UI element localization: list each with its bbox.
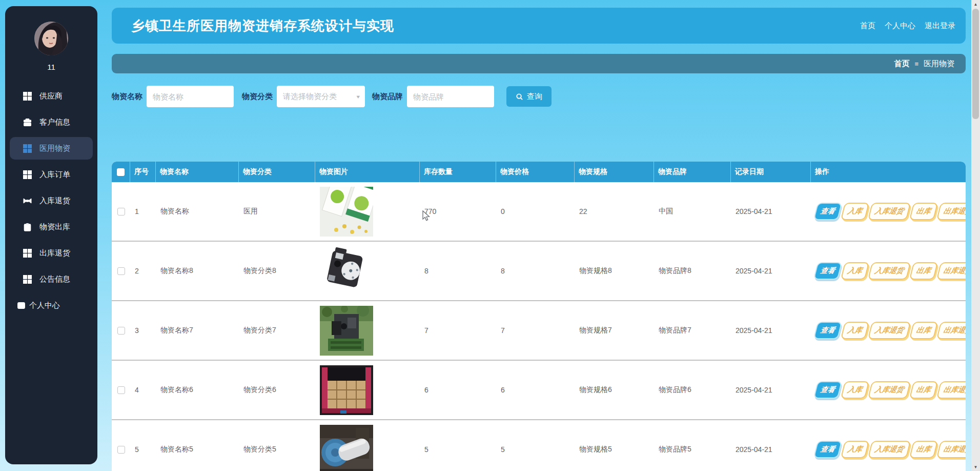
select-all-checkbox[interactable] bbox=[117, 168, 125, 176]
inbound-return-button[interactable]: 入库退货 bbox=[868, 322, 911, 339]
inbound-button[interactable]: 入库 bbox=[841, 322, 869, 339]
cell-spec: 物资规格7 bbox=[575, 326, 654, 335]
sidebar-item-inbound-returns[interactable]: 入库退货 bbox=[10, 189, 93, 212]
sidebar-item-label: 客户信息 bbox=[39, 117, 70, 127]
sidebar-item-supplies-outbound[interactable]: 物资出库 bbox=[10, 215, 93, 238]
cell-category: 物资分类5 bbox=[239, 445, 315, 454]
top-nav: 首页个人中心退出登录 bbox=[860, 21, 955, 31]
sidebar-item-outbound-returns[interactable]: 出库退货 bbox=[10, 242, 93, 264]
inbound-return-button[interactable]: 入库退货 bbox=[868, 203, 911, 220]
cell-image bbox=[315, 365, 420, 415]
inbound-button[interactable]: 入库 bbox=[841, 262, 869, 280]
inbound-button[interactable]: 入库 bbox=[841, 203, 869, 220]
brand-input[interactable] bbox=[407, 86, 494, 107]
category-select[interactable]: 请选择物资分类 ▾ bbox=[277, 86, 365, 107]
sidebar-item-announcements[interactable]: 公告信息 bbox=[10, 268, 93, 290]
query-button[interactable]: 查询 bbox=[506, 86, 552, 107]
column-header-2: 物资分类 bbox=[239, 162, 315, 182]
sidebar-item-medical-supplies[interactable]: 医用物资 bbox=[10, 137, 93, 160]
inbound-return-button[interactable]: 入库退货 bbox=[868, 262, 911, 280]
breadcrumb-home[interactable]: 首页 bbox=[894, 59, 909, 69]
cell-brand: 物资品牌6 bbox=[654, 385, 731, 395]
view-button[interactable]: 查看 bbox=[813, 441, 842, 458]
inbound-return-button[interactable]: 入库退货 bbox=[868, 381, 911, 399]
table-row: 3物资名称7物资分类777物资规格7物资品牌72025-04-21查看入库入库退… bbox=[112, 301, 966, 361]
column-header-0: 序号 bbox=[130, 162, 156, 182]
view-button[interactable]: 查看 bbox=[813, 322, 842, 339]
product-image-blue-boiler bbox=[320, 425, 373, 471]
sidebar-item-personal-center[interactable]: 个人中心 bbox=[10, 294, 93, 317]
scrollbar-thumb[interactable] bbox=[972, 9, 979, 119]
name-input[interactable] bbox=[147, 86, 234, 107]
cell-stock: 770 bbox=[420, 207, 496, 215]
cell-category: 物资分类7 bbox=[239, 326, 315, 335]
row-checkbox[interactable] bbox=[117, 446, 125, 454]
cell-stock: 7 bbox=[420, 326, 496, 335]
outbound-return-button[interactable]: 出库退货 bbox=[936, 441, 966, 458]
outbound-button[interactable]: 出库 bbox=[909, 262, 938, 280]
cell-name: 物资名称6 bbox=[156, 385, 239, 395]
row-checkbox[interactable] bbox=[117, 327, 125, 335]
cell-price: 5 bbox=[496, 445, 575, 454]
table-row: 1物资名称医用770022中国2025-04-21查看入库入库退货出库出库退货 bbox=[112, 182, 966, 242]
name-label: 物资名称 bbox=[112, 92, 142, 102]
outbound-return-button[interactable]: 出库退货 bbox=[936, 262, 966, 280]
cell-actions: 查看入库入库退货出库出库退货 bbox=[811, 322, 966, 339]
outbound-button[interactable]: 出库 bbox=[909, 441, 938, 458]
view-button[interactable]: 查看 bbox=[813, 262, 842, 280]
cell-date: 2025-04-21 bbox=[731, 326, 811, 335]
briefcase-icon bbox=[23, 118, 32, 127]
outbound-button[interactable]: 出库 bbox=[909, 381, 938, 399]
sidebar-item-customer-info[interactable]: 客户信息 bbox=[10, 111, 93, 133]
nav-link-logout[interactable]: 退出登录 bbox=[925, 21, 955, 31]
outbound-button[interactable]: 出库 bbox=[909, 322, 938, 339]
scrollbar-up-icon[interactable]: ▲ bbox=[971, 0, 980, 8]
avatar-image bbox=[34, 22, 68, 55]
sidebar-item-label: 入库退货 bbox=[39, 196, 70, 206]
column-header-8: 记录日期 bbox=[731, 162, 811, 182]
panel-icon bbox=[17, 301, 26, 310]
row-checkbox[interactable] bbox=[117, 267, 125, 275]
product-image-dark-device bbox=[320, 246, 373, 296]
cell-actions: 查看入库入库退货出库出库退货 bbox=[811, 381, 966, 399]
outbound-return-button[interactable]: 出库退货 bbox=[936, 203, 966, 220]
row-checkbox[interactable] bbox=[117, 208, 125, 215]
cell-name: 物资名称5 bbox=[156, 445, 239, 454]
nav-link-home[interactable]: 首页 bbox=[860, 21, 875, 31]
scrollbar-down-icon[interactable]: ▼ bbox=[971, 463, 980, 471]
avatar[interactable] bbox=[34, 22, 68, 55]
nav-link-personal-center[interactable]: 个人中心 bbox=[885, 21, 915, 31]
sidebar: 11 供应商客户信息医用物资入库订单入库退货物资出库出库退货公告信息个人中心 bbox=[5, 6, 97, 464]
grid-icon bbox=[23, 249, 32, 258]
cell-brand: 物资品牌7 bbox=[654, 326, 731, 335]
sidebar-item-suppliers[interactable]: 供应商 bbox=[10, 85, 93, 107]
inbound-button[interactable]: 入库 bbox=[841, 441, 869, 458]
view-button[interactable]: 查看 bbox=[813, 381, 842, 399]
view-button[interactable]: 查看 bbox=[813, 203, 842, 220]
grid-icon bbox=[23, 170, 32, 179]
cell-price: 0 bbox=[496, 207, 575, 215]
ticket-icon bbox=[23, 197, 32, 205]
cell-category: 物资分类6 bbox=[239, 385, 315, 395]
product-image-green-machine bbox=[320, 306, 373, 356]
search-bar: 物资名称 物资分类 请选择物资分类 ▾ 物资品牌 查询 bbox=[112, 86, 552, 107]
sidebar-item-inbound-orders[interactable]: 入库订单 bbox=[10, 163, 93, 186]
row-checkbox[interactable] bbox=[117, 386, 125, 394]
cell-spec: 物资规格8 bbox=[575, 266, 654, 276]
grid-icon bbox=[23, 144, 32, 153]
cell-stock: 8 bbox=[420, 267, 496, 275]
cell-brand: 物资品牌5 bbox=[654, 445, 731, 454]
inbound-return-button[interactable]: 入库退货 bbox=[868, 441, 911, 458]
cell-name: 物资名称8 bbox=[156, 266, 239, 276]
scrollbar[interactable]: ▲ ▼ bbox=[971, 0, 980, 471]
outbound-return-button[interactable]: 出库退货 bbox=[936, 322, 966, 339]
breadcrumb-bar: 首页 ≡ 医用物资 bbox=[112, 54, 966, 73]
breadcrumb-separator-icon: ≡ bbox=[914, 60, 918, 68]
cell-stock: 6 bbox=[420, 386, 496, 394]
column-header-5: 物资价格 bbox=[496, 162, 575, 182]
cell-actions: 查看入库入库退货出库出库退货 bbox=[811, 441, 966, 458]
page: 11 供应商客户信息医用物资入库订单入库退货物资出库出库退货公告信息个人中心 乡… bbox=[0, 0, 980, 471]
inbound-button[interactable]: 入库 bbox=[841, 381, 869, 399]
outbound-button[interactable]: 出库 bbox=[909, 203, 938, 220]
outbound-return-button[interactable]: 出库退货 bbox=[936, 381, 966, 399]
